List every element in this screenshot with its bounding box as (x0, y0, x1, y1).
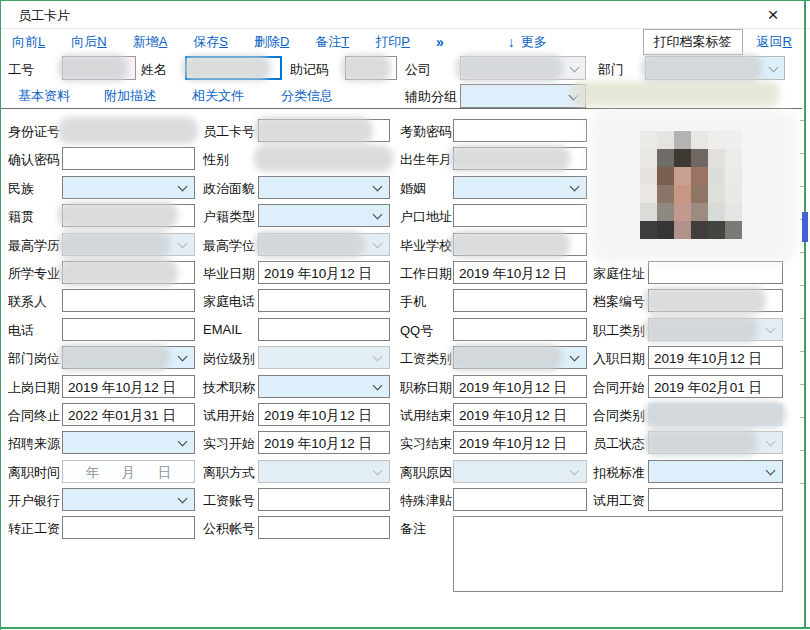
chevron-down-icon (570, 465, 580, 475)
birth-date-field[interactable] (453, 147, 587, 170)
contract-start-field[interactable]: 2019 年02月01 日 (648, 375, 783, 398)
email-field[interactable] (258, 318, 390, 341)
redacted-blob (58, 202, 178, 229)
toolbar-add-button[interactable]: 新增A (133, 33, 168, 51)
chevron-down-icon (178, 494, 188, 504)
graduation-date-field[interactable]: 2019 年10月12 日 (258, 261, 390, 284)
chevron-down-icon (178, 238, 188, 248)
emp-no-label: 工号 (8, 61, 34, 79)
mosaic-cell (708, 131, 725, 149)
toolbar-save-button[interactable]: 保存S (193, 33, 228, 51)
confirm-pwd-field[interactable] (62, 147, 195, 170)
contract-type-dropdown[interactable] (648, 403, 783, 426)
household-addr-field[interactable] (453, 204, 587, 227)
toolbar-forward-accel: L (38, 34, 45, 49)
attendance-pwd-field[interactable] (453, 119, 587, 142)
down-arrow-icon: ↓ (508, 34, 515, 50)
archive-no-field[interactable] (648, 289, 783, 312)
contact-person-field[interactable] (62, 289, 195, 312)
return-button[interactable]: 返回R (757, 33, 792, 51)
hire-date-field[interactable]: 2019 年10月12 日 (648, 346, 783, 369)
fund-account-field[interactable] (258, 516, 390, 539)
major-field[interactable] (62, 261, 195, 284)
intern-end-field[interactable]: 2019 年10月12 日 (453, 431, 587, 454)
special-allowance-field[interactable] (453, 488, 587, 511)
toolbar-note-label: 备注 (315, 34, 341, 49)
aux-group-dropdown[interactable] (460, 84, 586, 108)
tab-basic-info[interactable]: 基本资料 (18, 87, 70, 105)
onboard-date-label: 上岗日期 (8, 375, 62, 397)
dept-position-dropdown[interactable] (62, 346, 195, 369)
chevron-down-icon (373, 181, 383, 191)
name-input[interactable] (185, 56, 282, 80)
emp-card-no-field[interactable] (258, 119, 390, 142)
ethnicity-label: 民族 (8, 176, 62, 198)
recruit-source-label: 招聘来源 (8, 431, 62, 453)
marital-status-dropdown[interactable] (453, 176, 587, 199)
home-address-field[interactable] (648, 261, 783, 284)
qq-field[interactable] (453, 318, 587, 341)
probation-start-field[interactable]: 2019 年10月12 日 (258, 403, 390, 426)
probation-start-value: 2019 年10月12 日 (264, 407, 372, 425)
mosaic-cell (725, 131, 742, 149)
tech-title-dropdown[interactable] (258, 375, 390, 398)
id-number-field[interactable] (62, 119, 195, 142)
tax-standard-dropdown[interactable] (648, 460, 783, 483)
native-place-field[interactable] (62, 204, 195, 227)
work-start-date-field[interactable]: 2019 年10月12 日 (453, 261, 587, 284)
ethnicity-dropdown[interactable] (62, 176, 195, 199)
regular-salary-field[interactable] (62, 516, 195, 539)
toolbar-forward-button[interactable]: 向前L (12, 33, 45, 51)
mobile-field[interactable] (453, 289, 587, 312)
scrollbar-thumb[interactable] (802, 212, 808, 242)
close-button[interactable]: × (758, 2, 788, 27)
toolbar-print-button[interactable]: 打印P (375, 33, 410, 51)
political-status-dropdown[interactable] (258, 176, 390, 199)
mosaic-cell (708, 203, 725, 221)
toolbar-overflow-button[interactable]: » (436, 34, 444, 50)
resign-date-value: 年 月 日 (63, 464, 194, 482)
department-dropdown[interactable] (645, 56, 785, 80)
graduate-school-field[interactable] (453, 233, 587, 256)
company-dropdown[interactable] (460, 56, 586, 80)
salary-category-dropdown[interactable] (453, 346, 587, 369)
mosaic-cell (657, 149, 674, 167)
salary-account-field[interactable] (258, 488, 390, 511)
probation-end-field[interactable]: 2019 年10月12 日 (453, 403, 587, 426)
bank-dropdown[interactable] (62, 488, 195, 511)
tab-category-info[interactable]: 分类信息 (281, 87, 333, 105)
bank-label: 开户银行 (8, 488, 62, 510)
emp-no-input[interactable] (62, 56, 136, 80)
title-date-field[interactable]: 2019 年10月12 日 (453, 375, 587, 398)
home-phone-field[interactable] (258, 289, 390, 312)
toolbar-delete-button[interactable]: 删除D (254, 33, 289, 51)
household-type-dropdown[interactable] (258, 204, 390, 227)
contact-person-label: 联系人 (8, 289, 62, 311)
onboard-date-field[interactable]: 2019 年10月12 日 (62, 375, 195, 398)
intern-start-field[interactable]: 2019 年10月12 日 (258, 431, 390, 454)
contract-end-field[interactable]: 2022 年01月31 日 (62, 403, 195, 426)
home-address-label: 家庭住址 (593, 261, 648, 283)
mosaic-cell (725, 221, 742, 239)
probation-salary-field[interactable] (648, 488, 783, 511)
print-archive-label-button[interactable]: 打印档案标签 (643, 29, 743, 55)
chevron-down-icon (373, 238, 383, 248)
mnemonic-input[interactable] (345, 56, 397, 80)
hire-date-label: 入职日期 (593, 346, 648, 368)
tab-related-files[interactable]: 相关文件 (192, 87, 244, 105)
tab-extra-desc[interactable]: 附加描述 (104, 87, 156, 105)
toolbar-back-button[interactable]: 向后N (71, 33, 106, 51)
window-border-top (0, 0, 810, 1)
photo-mosaic (640, 131, 742, 239)
phone-field[interactable] (62, 318, 195, 341)
onboard-date-value: 2019 年10月12 日 (68, 379, 176, 397)
mosaic-cell (725, 167, 742, 185)
recruit-source-dropdown[interactable] (62, 431, 195, 454)
employee-photo[interactable] (598, 118, 788, 258)
toolbar-note-button[interactable]: 备注T (315, 33, 349, 51)
intern-end-label: 实习结束 (400, 431, 453, 453)
gender-field[interactable] (258, 147, 390, 170)
resign-date-field[interactable]: 年 月 日 (62, 460, 195, 483)
remarks-textarea[interactable] (453, 516, 783, 592)
more-button[interactable]: ↓ 更多 (508, 33, 547, 51)
